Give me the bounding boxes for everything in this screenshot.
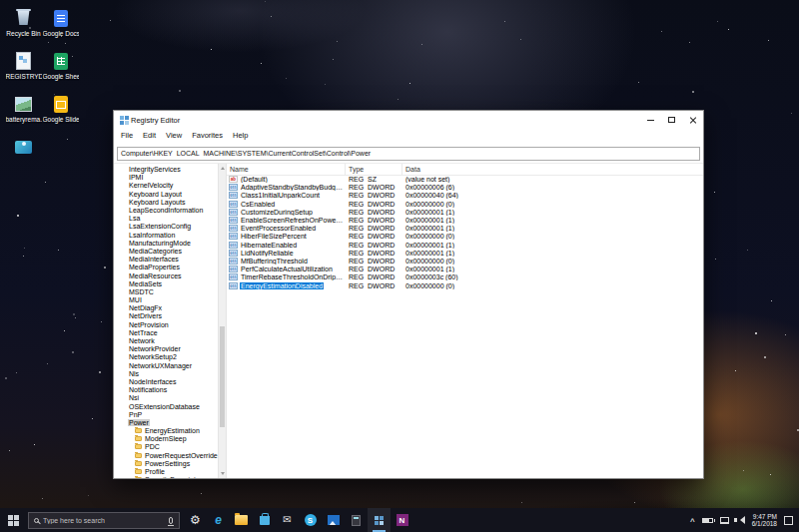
hidden-icons-icon[interactable]: ^ bbox=[690, 517, 695, 526]
maximize-button[interactable] bbox=[661, 111, 682, 129]
column-header-type[interactable]: Type bbox=[346, 164, 402, 175]
scroll-track[interactable] bbox=[219, 173, 226, 470]
tree-node[interactable]: ModernSleep bbox=[114, 435, 218, 443]
tree-node[interactable]: Keyboard Layouts bbox=[114, 198, 218, 206]
value-row[interactable]: 011Class1InitialUnparkCountREG_DWORD0x00… bbox=[227, 192, 703, 200]
menu-help[interactable]: Help bbox=[228, 131, 253, 140]
tree-node[interactable]: PDC bbox=[114, 443, 218, 451]
taskbar-settings[interactable]: ⚙ bbox=[184, 508, 207, 532]
column-header-name[interactable]: Name bbox=[227, 164, 346, 175]
address-input[interactable] bbox=[117, 147, 700, 161]
taskbar-photos[interactable] bbox=[322, 508, 345, 532]
taskbar-edge[interactable]: e bbox=[207, 508, 230, 532]
tree-scrollbar[interactable] bbox=[218, 164, 227, 479]
taskbar-mail[interactable]: ✉ bbox=[276, 508, 299, 532]
tree-node[interactable]: ManufacturingMode bbox=[114, 239, 218, 247]
value-row[interactable]: 011EventProcessorEnabledREG_DWORD0x00000… bbox=[227, 225, 703, 233]
scroll-thumb[interactable] bbox=[220, 326, 225, 427]
tree-node[interactable]: LsaExtensionConfig bbox=[114, 223, 218, 231]
value-row[interactable]: 011CustomizeDuringSetupREG_DWORD0x000000… bbox=[227, 208, 703, 216]
start-button[interactable] bbox=[0, 508, 26, 532]
value-row[interactable]: 011PerfCalculateActualUtilizationREG_DWO… bbox=[227, 266, 703, 273]
tree-node[interactable]: OSExtensionDatabase bbox=[114, 402, 218, 410]
tree-node[interactable]: PowerSettings bbox=[114, 459, 218, 467]
tree-node[interactable]: IntegrityServices bbox=[114, 166, 218, 174]
tree-node[interactable]: EnergyEstimation bbox=[114, 427, 218, 435]
value-row[interactable]: 011LidNotifyReliableREG_DWORD0x00000001 … bbox=[227, 249, 703, 257]
tree-node[interactable]: NetProvision bbox=[114, 320, 218, 328]
volume-icon[interactable] bbox=[736, 516, 745, 524]
taskbar-clock[interactable]: 9:47 PM 6/1/2018 bbox=[752, 513, 777, 528]
scroll-down-icon[interactable] bbox=[219, 469, 226, 478]
taskbar-registry-editor[interactable] bbox=[368, 508, 391, 532]
scroll-up-icon[interactable] bbox=[219, 164, 226, 173]
value-row[interactable]: 011CsEnabledREG_DWORD0x00000000 (0) bbox=[227, 200, 703, 208]
battery-icon[interactable] bbox=[702, 518, 713, 523]
column-header-data[interactable]: Data bbox=[402, 164, 703, 175]
desktop-icon-photo[interactable] bbox=[5, 137, 42, 167]
tree-node[interactable]: NetworkProvider bbox=[114, 345, 218, 353]
tree-node[interactable]: MediaSets bbox=[114, 279, 218, 287]
tree-node[interactable]: Network bbox=[114, 336, 218, 344]
taskbar-calculator[interactable] bbox=[345, 508, 368, 532]
menu-favorites[interactable]: Favorites bbox=[187, 131, 228, 140]
tree-node[interactable]: KernelVelocity bbox=[114, 182, 218, 190]
desktop-icon-google-slides[interactable]: Google Slides bbox=[42, 94, 79, 124]
value-row[interactable]: 011EnergyEstimationDisabledREG_DWORD0x00… bbox=[227, 281, 703, 289]
value-row[interactable]: 011HibernateEnabledREG_DWORD0x00000001 (… bbox=[227, 241, 703, 249]
tree-node[interactable]: MUI bbox=[114, 296, 218, 304]
tree-node[interactable]: MSDTC bbox=[114, 287, 218, 295]
tree-node[interactable]: MediaInterfaces bbox=[114, 256, 218, 264]
menu-edit[interactable]: Edit bbox=[138, 131, 161, 140]
tree-node[interactable]: PnP bbox=[114, 410, 218, 418]
desktop-icon-image-file[interactable]: batteryrema... bbox=[5, 94, 42, 124]
search-input[interactable]: Type here to search bbox=[28, 512, 180, 529]
value-row[interactable]: 011MfBufferingThresholdREG_DWORD0x000000… bbox=[227, 257, 703, 265]
value-row[interactable]: 011HiberFileSizePercentREG_DWORD0x000000… bbox=[227, 233, 703, 241]
tree-node[interactable]: NetDrivers bbox=[114, 312, 218, 320]
tree-node[interactable]: Nsi bbox=[114, 394, 218, 402]
desktop-icon-google-sheets[interactable]: Google Sheets bbox=[42, 51, 79, 81]
desktop-icon-registry-file[interactable]: REGISTRYD... bbox=[5, 51, 42, 81]
tree-node[interactable]: LsaInformation bbox=[114, 231, 218, 239]
menu-file[interactable]: File bbox=[116, 131, 138, 140]
tree-node[interactable]: SecurityDescriptors bbox=[114, 476, 218, 478]
taskbar-skype[interactable]: S bbox=[299, 508, 322, 532]
tree-node[interactable]: MediaCategories bbox=[114, 247, 218, 255]
tree-node[interactable]: NetworkSetup2 bbox=[114, 353, 218, 361]
desktop-icon-google-docs[interactable]: Google Docs bbox=[42, 8, 79, 38]
tree-node[interactable]: Profile bbox=[114, 467, 218, 475]
tree-node[interactable]: MediaProperties bbox=[114, 264, 218, 271]
tree-node[interactable]: LeapSecondInformation bbox=[114, 206, 218, 214]
taskbar-store[interactable] bbox=[253, 508, 276, 532]
tree-node[interactable]: NodeInterfaces bbox=[114, 377, 218, 385]
tree-node[interactable]: PowerRequestOverride bbox=[114, 451, 218, 459]
menu-view[interactable]: View bbox=[161, 131, 187, 140]
dword-value-icon: 011 bbox=[229, 242, 238, 249]
taskbar-onenote[interactable]: N bbox=[391, 508, 413, 532]
title-bar[interactable]: Registry Editor bbox=[114, 111, 703, 129]
tree-node[interactable]: Lsa bbox=[114, 215, 218, 223]
tree-node[interactable]: NetTrace bbox=[114, 328, 218, 336]
value-row[interactable]: 011AdaptiveStandbyStandbyBudgetAvgInter.… bbox=[227, 184, 703, 192]
close-button[interactable] bbox=[682, 111, 703, 129]
network-icon[interactable] bbox=[720, 517, 729, 524]
star bbox=[768, 40, 769, 41]
microphone-icon[interactable] bbox=[169, 517, 173, 524]
tree-node-label: LeapSecondInformation bbox=[128, 207, 204, 214]
minimize-button[interactable] bbox=[640, 111, 661, 129]
tree-node[interactable]: Keyboard Layout bbox=[114, 190, 218, 198]
taskbar-file-explorer[interactable] bbox=[230, 508, 253, 532]
tree-node[interactable]: Nls bbox=[114, 369, 218, 377]
tree-node[interactable]: NetDiagFx bbox=[114, 304, 218, 312]
value-row[interactable]: 011TimerRebaseThresholdOnDripsExitREG_DW… bbox=[227, 273, 703, 281]
tree-node[interactable]: NetworkUXManager bbox=[114, 361, 218, 369]
desktop-icon-recycle-bin[interactable]: Recycle Bin bbox=[5, 8, 42, 38]
tree-node[interactable]: Notifications bbox=[114, 386, 218, 394]
tree-node[interactable]: IPMI bbox=[114, 174, 218, 182]
action-center-icon[interactable] bbox=[784, 516, 793, 525]
value-row[interactable]: ab(Default)REG_SZ(value not set) bbox=[227, 176, 703, 184]
value-row[interactable]: 011EnableScreenRefreshOnPowerButtonLon..… bbox=[227, 216, 703, 224]
tree-node[interactable]: MediaResources bbox=[114, 271, 218, 279]
tree-node[interactable]: Power bbox=[114, 418, 218, 426]
